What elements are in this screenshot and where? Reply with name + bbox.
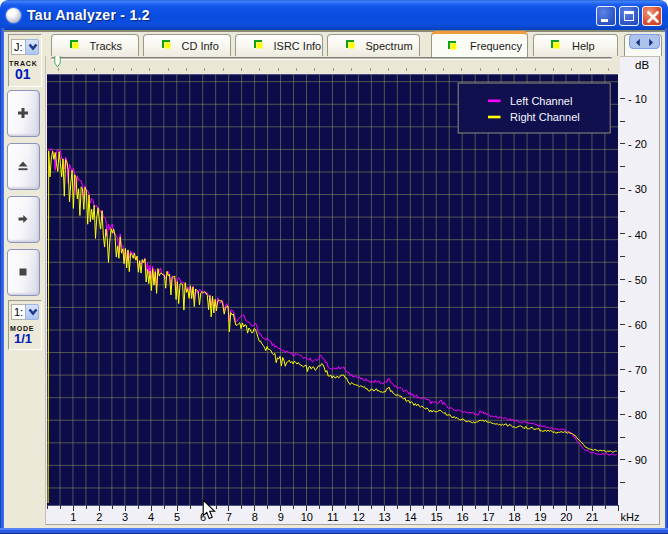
svg-text:Left Channel: Left Channel bbox=[510, 94, 572, 106]
svg-text:Right Channel: Right Channel bbox=[510, 111, 580, 123]
